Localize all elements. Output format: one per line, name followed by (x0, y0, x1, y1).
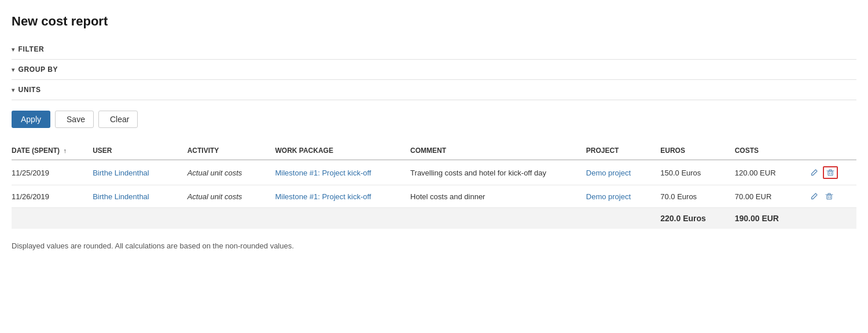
cell-work-package: Milestone #1: Project kick-off (275, 160, 411, 185)
save-button[interactable]: Save (55, 111, 94, 128)
cell-actions (809, 185, 856, 208)
apply-button[interactable]: Apply (12, 111, 50, 128)
footnote: Displayed values are rounded. All calcul… (12, 241, 856, 250)
cell-date: 11/25/2019 (12, 160, 93, 185)
totals-row: 220.0 Euros 190.00 EUR (12, 208, 856, 229)
cell-comment: Hotel costs and dinner (410, 185, 586, 208)
page-title: New cost report (12, 14, 856, 29)
filter-chevron-icon: ▾ (12, 46, 15, 53)
cell-project: Demo project (586, 160, 660, 185)
units-section-label: UNITS (19, 86, 41, 94)
sort-icon-date: ↑ (63, 147, 67, 154)
toolbar: Apply Save Clear (12, 100, 856, 138)
clear-button[interactable]: Clear (98, 111, 138, 128)
group-by-chevron-icon: ▾ (12, 67, 15, 73)
delete-button[interactable] (823, 191, 836, 202)
col-header-work-package: WORK PACKAGE (275, 142, 411, 160)
group-by-section-header[interactable]: ▾ GROUP BY (12, 60, 856, 80)
cell-date: 11/26/2019 (12, 185, 93, 208)
project-link[interactable]: Demo project (586, 169, 631, 177)
cell-activity: Actual unit costs (187, 160, 275, 185)
edit-button[interactable] (809, 167, 819, 178)
units-chevron-icon: ▾ (12, 87, 15, 93)
cell-user: Birthe Lindenthal (93, 160, 187, 185)
cell-costs: 120.00 EUR (735, 160, 809, 185)
cell-work-package: Milestone #1: Project kick-off (275, 185, 411, 208)
user-link[interactable]: Birthe Lindenthal (93, 169, 149, 177)
col-header-comment: COMMENT (410, 142, 586, 160)
cell-euros: 70.0 Euros (660, 185, 734, 208)
col-header-euros: EUROS (660, 142, 734, 160)
group-by-section-label: GROUP BY (19, 65, 58, 74)
cell-actions (809, 160, 856, 185)
total-costs: 190.00 EUR (735, 208, 809, 229)
clear-label: Clear (110, 115, 129, 124)
edit-button[interactable] (809, 191, 819, 202)
svg-rect-3 (828, 171, 833, 175)
table-row: 11/26/2019 Birthe Lindenthal Actual unit… (12, 185, 856, 208)
cost-report-table: DATE (SPENT) ↑ USER ACTIVITY WORK PACKAG… (12, 142, 856, 229)
units-section-header[interactable]: ▾ UNITS (12, 80, 856, 100)
cell-euros: 150.0 Euros (660, 160, 734, 185)
table-row: 11/25/2019 Birthe Lindenthal Actual unit… (12, 160, 856, 185)
total-euros: 220.0 Euros (660, 208, 734, 229)
filter-section-label: FILTER (19, 45, 45, 53)
col-header-date[interactable]: DATE (SPENT) ↑ (12, 142, 93, 160)
cell-user: Birthe Lindenthal (93, 185, 187, 208)
cell-activity: Actual unit costs (187, 185, 275, 208)
table-header-row: DATE (SPENT) ↑ USER ACTIVITY WORK PACKAG… (12, 142, 856, 160)
col-header-costs: COSTS (735, 142, 809, 160)
project-link[interactable]: Demo project (586, 192, 631, 201)
col-header-user: USER (93, 142, 187, 160)
cell-comment: Travelling costs and hotel for kick-off … (410, 160, 586, 185)
col-header-activity: ACTIVITY (187, 142, 275, 160)
cell-project: Demo project (586, 185, 660, 208)
user-link[interactable]: Birthe Lindenthal (93, 192, 149, 201)
cell-costs: 70.00 EUR (735, 185, 809, 208)
wp-link[interactable]: Milestone #1: Project kick-off (275, 169, 372, 177)
save-label: Save (67, 115, 85, 124)
col-header-actions (809, 142, 856, 160)
filter-section-header[interactable]: ▾ FILTER (12, 39, 856, 60)
svg-rect-4 (827, 195, 832, 199)
wp-link[interactable]: Milestone #1: Project kick-off (275, 192, 372, 201)
delete-button[interactable] (823, 166, 838, 179)
col-header-project: PROJECT (586, 142, 660, 160)
